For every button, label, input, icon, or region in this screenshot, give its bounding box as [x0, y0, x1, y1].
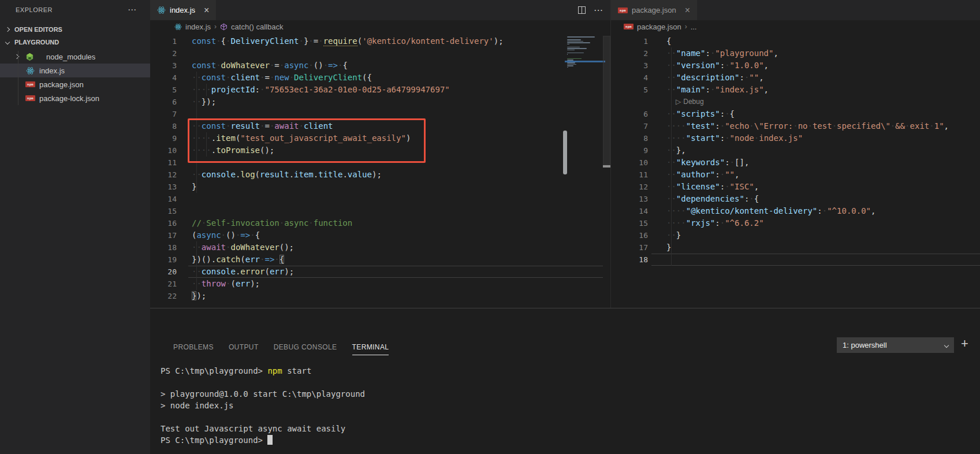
terminal-output[interactable]: PS C:\tmp\playground> npm start> playgro… — [0, 0, 980, 454]
code-line[interactable]: > node index.js — [161, 400, 233, 411]
code-line[interactable]: Test out Javascript async await easily — [161, 423, 345, 434]
terminal-cursor — [267, 435, 273, 445]
token: > playground@1.0.0 start C:\tmp\playgrou… — [161, 389, 365, 399]
token: PS C:\tmp\playground> — [161, 436, 267, 445]
token: PS C:\tmp\playground> — [161, 366, 267, 375]
code-line[interactable]: > playground@1.0.0 start C:\tmp\playgrou… — [161, 388, 365, 400]
token: > node index.js — [161, 401, 233, 410]
vscode-window: EXPLORER ⋯ OPEN EDITORS PLAYGROUND node_… — [0, 0, 980, 454]
token: start — [282, 366, 312, 375]
token: Test out Javascript async await easily — [161, 424, 345, 433]
annotation-red-box — [188, 118, 426, 163]
code-line[interactable]: PS C:\tmp\playground> — [161, 434, 273, 446]
token: npm — [267, 366, 282, 375]
code-line[interactable]: PS C:\tmp\playground> npm start — [161, 365, 311, 377]
